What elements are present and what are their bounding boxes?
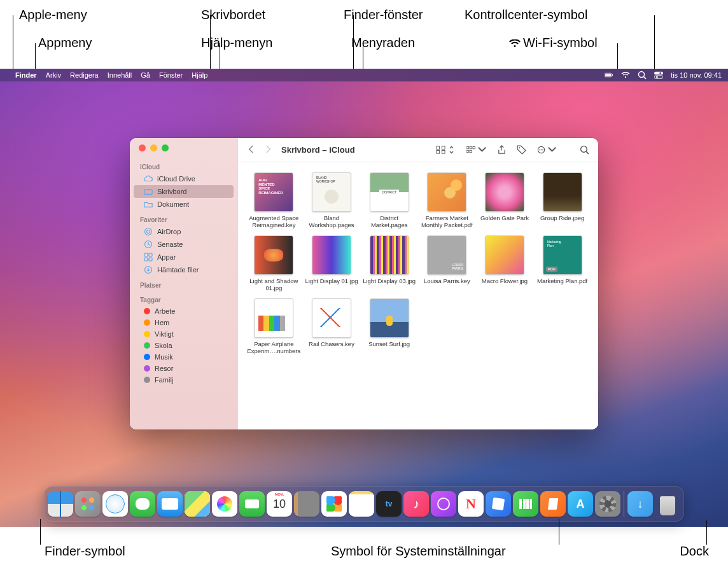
finder-content: Skrivbord – iCloud Augmented Space Reima…: [238, 138, 598, 429]
menubar-clock[interactable]: tis 10 nov. 09:41: [671, 71, 722, 79]
svg-rect-14: [149, 253, 152, 256]
tag-viktigt[interactable]: Viktigt: [134, 328, 234, 340]
dock-trash[interactable]: [655, 491, 680, 517]
tag-dot-icon: [144, 319, 150, 326]
dock-messages[interactable]: [130, 491, 155, 517]
dock-keynote[interactable]: [486, 491, 511, 517]
sidebar-appar[interactable]: Appar: [134, 251, 234, 263]
airdrop-icon: [144, 227, 153, 236]
zoom-button[interactable]: [162, 144, 169, 151]
forward-button[interactable]: [264, 144, 272, 156]
file-item[interactable]: Light Display 01.jpg: [305, 235, 359, 292]
battery-icon[interactable]: [605, 71, 613, 80]
dock-podcasts[interactable]: [431, 491, 456, 517]
wifi-icon: [509, 37, 521, 52]
dock-finder[interactable]: [48, 491, 73, 517]
svg-rect-15: [144, 258, 148, 261]
file-item[interactable]: Light and Shadow 01.jpg: [247, 235, 301, 292]
dock-contacts[interactable]: [294, 491, 319, 517]
wifi-status-icon[interactable]: [621, 71, 630, 80]
file-item[interactable]: Golden Gate Park: [478, 172, 532, 229]
file-item[interactable]: Marketing Plan.pdf: [535, 235, 589, 292]
tag-arbete[interactable]: Arbete: [134, 305, 234, 317]
dock-maps[interactable]: [185, 491, 210, 517]
search-button[interactable]: [580, 145, 589, 155]
view-icons-button[interactable]: [436, 145, 456, 155]
svg-point-27: [519, 147, 520, 148]
svg-point-31: [542, 150, 543, 151]
file-item[interactable]: District Market.pages: [362, 172, 416, 229]
menu-fonster[interactable]: Fönster: [159, 71, 183, 79]
dock-tv[interactable]: [376, 491, 402, 517]
share-button[interactable]: [497, 145, 507, 155]
close-button[interactable]: [139, 144, 146, 151]
action-button[interactable]: [536, 145, 557, 155]
file-item[interactable]: Louisa Parris.key: [420, 235, 474, 292]
tag-button[interactable]: [517, 145, 526, 155]
file-item[interactable]: Light Display 03.jpg: [362, 235, 416, 292]
menu-innehall[interactable]: Innehåll: [108, 71, 132, 79]
window-title: Skrivbord – iCloud: [281, 145, 355, 155]
sidebar-hamtade[interactable]: Hämtade filer: [134, 263, 234, 276]
file-item[interactable]: Farmers Market Monthly Packet.pdf: [420, 172, 474, 229]
dock-reminders[interactable]: [321, 491, 347, 517]
dock-appstore[interactable]: [568, 491, 593, 517]
minimize-button[interactable]: [150, 144, 157, 151]
apps-icon: [144, 253, 153, 262]
tag-resor[interactable]: Resor: [134, 363, 234, 374]
menu-arkiv[interactable]: Arkiv: [46, 71, 61, 79]
dock-system-preferences[interactable]: [595, 491, 620, 517]
app-menu[interactable]: Finder: [15, 71, 37, 79]
dock-facetime[interactable]: [239, 491, 265, 517]
callout-syspref-icon: Symbol för Systeminställningar: [331, 544, 506, 559]
dock-news[interactable]: [458, 491, 484, 517]
file-thumbnail: [427, 235, 466, 275]
file-item[interactable]: Sunset Surf.jpg: [362, 298, 416, 355]
svg-point-8: [656, 76, 658, 78]
dock-downloads[interactable]: [627, 491, 653, 517]
file-item[interactable]: Group Ride.jpeg: [535, 172, 589, 229]
desktop[interactable]: Finder Arkiv Redigera Innehåll Gå Fönste…: [0, 69, 728, 527]
file-item[interactable]: Macro Flower.jpg: [478, 235, 532, 292]
callout-dock: Dock: [680, 544, 709, 559]
tag-dot-icon: [144, 354, 150, 360]
dock-pages[interactable]: [540, 491, 566, 517]
menu-hjalp[interactable]: Hjälp: [192, 71, 207, 79]
tag-musik[interactable]: Musik: [134, 351, 234, 363]
tag-familj[interactable]: Familj: [134, 374, 234, 386]
finder-toolbar: Skrivbord – iCloud: [238, 138, 598, 162]
menu-redigera[interactable]: Redigera: [70, 71, 99, 79]
spotlight-icon[interactable]: [638, 71, 647, 80]
tag-dot-icon: [144, 377, 150, 383]
tag-hem[interactable]: Hem: [134, 317, 234, 328]
dock-numbers[interactable]: [513, 491, 538, 517]
dock-music[interactable]: [403, 491, 429, 517]
dock-calendar[interactable]: [267, 491, 292, 517]
sidebar-icloud-drive[interactable]: iCloud Drive: [134, 172, 234, 185]
menu-ga[interactable]: Gå: [141, 71, 150, 79]
dock-mail[interactable]: [157, 491, 183, 517]
dock-launchpad[interactable]: [75, 491, 101, 517]
back-button[interactable]: [247, 144, 255, 156]
dock-notes[interactable]: [349, 491, 374, 517]
file-item[interactable]: Paper Airplane Experim….numbers: [247, 298, 301, 355]
tag-skola[interactable]: Skola: [134, 340, 234, 351]
dock-safari[interactable]: [102, 491, 128, 517]
file-thumbnail: [254, 298, 293, 338]
file-item[interactable]: Augmented Space Reimagined.key: [247, 172, 301, 229]
sidebar-airdrop[interactable]: AirDrop: [134, 225, 234, 238]
dock-photos[interactable]: [212, 491, 237, 517]
group-button[interactable]: [466, 145, 487, 155]
file-thumbnail: [427, 172, 466, 212]
sidebar-senaste[interactable]: Senaste: [134, 238, 234, 251]
sidebar-skrivbord[interactable]: Skrivbord: [134, 185, 234, 198]
control-center-icon[interactable]: [654, 71, 663, 80]
dock-separator: [624, 491, 624, 517]
file-item[interactable]: Bland Workshop.pages: [305, 172, 359, 229]
file-item[interactable]: Rail Chasers.key: [305, 298, 359, 355]
svg-rect-13: [144, 253, 148, 256]
callout-help-menu: Hjälp-menyn: [201, 36, 272, 50]
svg-rect-21: [442, 150, 445, 153]
sidebar-dokument[interactable]: Dokument: [134, 198, 234, 211]
finder-window: iCloud iCloud Drive Skrivbord Dokument F…: [130, 138, 598, 429]
